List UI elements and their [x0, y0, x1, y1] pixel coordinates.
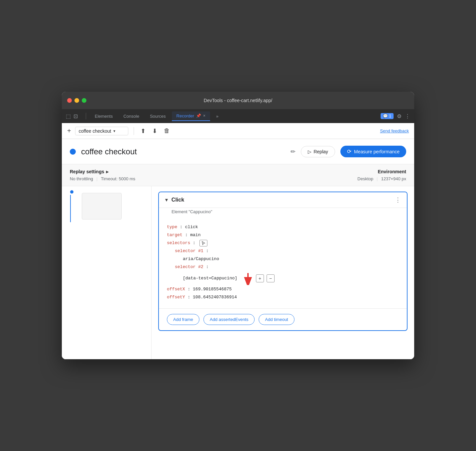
measure-label: Measure performance: [354, 149, 400, 154]
tab-elements[interactable]: Elements: [90, 112, 117, 121]
settings-info: No throttling | Timeout: 5000 ms: [70, 176, 135, 181]
code-target-row: target : main: [167, 231, 399, 239]
selectors-key: selectors: [167, 240, 190, 245]
throttle-label: No throttling: [70, 176, 93, 181]
tab-bar: ⬚ ⊡ Elements Console Sources Recorder 📌 …: [62, 109, 414, 123]
type-val: click: [185, 225, 198, 229]
add-recording-button[interactable]: +: [67, 127, 71, 135]
responsive-icon[interactable]: ⊡: [73, 113, 78, 119]
step-code-block: type : click target : main selectors :: [159, 217, 407, 309]
devtools-nav-icons: ⬚ ⊡: [66, 113, 78, 119]
sidebar-inner: [62, 190, 151, 222]
step-header: ▼ Click ⋮: [159, 192, 407, 208]
code-type-row: type : click: [167, 224, 399, 231]
tab-console[interactable]: Console: [119, 112, 144, 121]
tab-more[interactable]: »: [211, 112, 223, 121]
main-content: coffee checkout ✏ ▷ Replay ⟳ Measure per…: [62, 139, 414, 359]
selector2-key: selector #2: [175, 264, 203, 269]
measure-performance-button[interactable]: ⟳ Measure performance: [340, 146, 406, 157]
timeout-label: Timeout: 5000 ms: [101, 176, 135, 181]
cursor-icon[interactable]: ⬚: [66, 113, 71, 119]
timeline-line: [70, 195, 71, 222]
environment-info: Desktop | 1237×940 px: [357, 176, 406, 181]
dropdown-arrow-icon: ▾: [113, 129, 115, 133]
step-type-label: Click: [172, 197, 395, 203]
step-collapse-icon[interactable]: ▼: [164, 197, 169, 203]
offsetX-val: 169.90185546875: [193, 287, 232, 292]
selector-remove-button[interactable]: −: [267, 274, 275, 282]
recorder-pin-icon: 📌: [196, 113, 201, 118]
code-selector2-row: selector #2 :: [167, 263, 399, 271]
tab-bar-divider: [86, 113, 86, 119]
measure-icon: ⟳: [347, 148, 351, 155]
thumbnail-area: [76, 190, 127, 222]
offsetY-val: 108.6452407836914: [193, 295, 237, 300]
code-offsetY-row: offsetY : 108.6452407836914: [167, 294, 399, 301]
more-options-icon[interactable]: ⋮: [405, 113, 410, 119]
recording-selector[interactable]: coffee checkout ▾: [75, 127, 128, 135]
offsetY-key: offsetY: [167, 295, 185, 300]
settings-pipe: |: [96, 176, 97, 181]
recording-header: coffee checkout ✏ ▷ Replay ⟳ Measure per…: [62, 139, 414, 164]
code-selector1-val-row: aria/Cappucino: [167, 255, 399, 263]
add-frame-button[interactable]: Add frame: [167, 314, 199, 325]
target-val: main: [190, 232, 200, 237]
selectors-cursor-icon[interactable]: [199, 240, 207, 246]
steps-sidebar: [62, 186, 152, 359]
traffic-lights: [67, 98, 86, 103]
devtools-window: DevTools - coffee-cart.netlify.app/ ⬚ ⊡ …: [62, 92, 414, 359]
code-selector2-val-row: [data-test=Cappucino]: [167, 272, 399, 285]
settings-title-label: Replay settings: [70, 169, 104, 174]
selector2-val: [data-test=Cappucino]: [183, 275, 237, 282]
settings-icon[interactable]: ⚙: [397, 113, 402, 119]
replay-button[interactable]: ▷ Replay: [301, 146, 335, 157]
env-pipe: |: [377, 176, 378, 181]
code-offsetX-row: offsetX : 169.90185546875: [167, 286, 399, 293]
recording-status-dot: [70, 149, 76, 155]
replay-settings-toggle[interactable]: Replay settings ▶: [70, 169, 135, 174]
environment-title: Environment: [357, 169, 406, 174]
settings-bar: Replay settings ▶ No throttling | Timeou…: [62, 164, 414, 186]
close-button[interactable]: [67, 98, 72, 103]
selector1-val: aria/Cappucino: [183, 256, 219, 261]
recorder-close-tab-button[interactable]: ×: [203, 113, 205, 118]
target-key: target: [167, 232, 182, 237]
env-type: Desktop: [357, 176, 373, 181]
selector2-value-row: [data-test=Cappucino]: [183, 272, 399, 285]
edit-title-icon[interactable]: ✏: [291, 148, 296, 155]
step-menu-button[interactable]: ⋮: [395, 196, 402, 204]
send-feedback-link[interactable]: Send feedback: [380, 128, 409, 133]
code-selectors-row: selectors :: [167, 239, 399, 247]
step-action-buttons: Add frame Add assertedEvents Add timeout: [159, 309, 407, 330]
add-asserted-events-button[interactable]: Add assertedEvents: [203, 314, 255, 325]
window-title: DevTools - coffee-cart.netlify.app/: [204, 98, 272, 103]
steps-area: ▼ Click ⋮ Element "Cappucino" type : cli…: [62, 186, 414, 359]
selector1-key: selector #1: [175, 248, 203, 253]
feedback-badge[interactable]: 💬 1: [381, 113, 394, 119]
recorder-tab-content: Recorder 📌 ×: [177, 113, 205, 118]
tab-recorder[interactable]: Recorder 📌 ×: [172, 111, 210, 121]
minimize-button[interactable]: [74, 98, 79, 103]
environment-settings: Environment Desktop | 1237×940 px: [357, 169, 406, 181]
steps-main: ▼ Click ⋮ Element "Cappucino" type : cli…: [152, 186, 414, 359]
replay-play-icon: ▷: [308, 149, 311, 154]
toolbar-separator: [134, 127, 134, 135]
env-size: 1237×940 px: [381, 176, 406, 181]
export-button[interactable]: ⬆: [139, 126, 147, 136]
type-key: type: [167, 225, 177, 229]
replay-settings-left: Replay settings ▶ No throttling | Timeou…: [70, 169, 135, 181]
offsetX-key: offsetX: [167, 287, 185, 292]
import-button[interactable]: ⬇: [151, 126, 159, 136]
tab-sources[interactable]: Sources: [145, 112, 171, 121]
red-down-arrow: [243, 272, 253, 285]
step-element-label: Element "Cappucino": [159, 208, 407, 217]
add-timeout-button[interactable]: Add timeout: [259, 314, 294, 325]
delete-recording-button[interactable]: 🗑: [163, 126, 171, 136]
timeline-line-col: [67, 190, 74, 222]
recording-title: coffee checkout: [81, 147, 284, 156]
replay-label: Replay: [313, 149, 328, 154]
selector-add-button[interactable]: +: [256, 274, 264, 282]
recording-name: coffee checkout: [79, 128, 111, 134]
maximize-button[interactable]: [82, 98, 86, 103]
tab-bar-right: 💬 1 ⚙ ⋮: [381, 113, 410, 119]
